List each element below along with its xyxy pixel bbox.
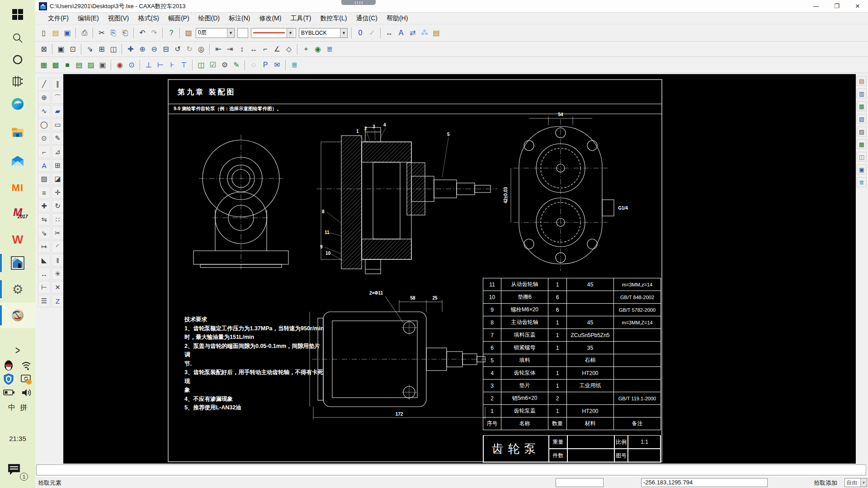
m2017-app-button[interactable]: M 2017: [0, 201, 35, 224]
regen-icon[interactable]: ◎: [196, 44, 207, 55]
pan-right-icon[interactable]: ⇥: [225, 44, 236, 55]
menu-file[interactable]: 文件(F): [43, 13, 73, 24]
paste-icon[interactable]: ⎗: [120, 28, 131, 38]
align-bottom-icon[interactable]: ⊥: [143, 60, 154, 70]
parameter-icon[interactable]: P: [260, 60, 271, 70]
panel-views-icon[interactable]: ▨: [857, 127, 867, 136]
rotate-view-icon[interactable]: ∠: [272, 44, 283, 55]
task-view-button[interactable]: [0, 70, 35, 93]
arc-tool[interactable]: ⌒: [52, 91, 64, 104]
caxa-home-button[interactable]: [0, 251, 35, 275]
sketch-tool[interactable]: ✎: [52, 132, 64, 145]
zoom-extents-icon[interactable]: ⊠: [38, 44, 49, 55]
align-left-icon[interactable]: ⊢: [155, 60, 166, 70]
wps-button[interactable]: W: [0, 228, 35, 251]
notification-center-button[interactable]: 1: [6, 463, 29, 478]
security-shield-icon[interactable]: [3, 373, 14, 385]
polyline-tool[interactable]: ⌐: [38, 145, 50, 158]
qq-icon[interactable]: [3, 360, 14, 371]
panel-plots-icon[interactable]: ▩: [857, 139, 867, 149]
cut-icon[interactable]: ✂: [96, 28, 107, 38]
library-icon[interactable]: ▤: [74, 60, 85, 70]
text-tool[interactable]: A: [38, 159, 50, 172]
ime-pinyin-indicator[interactable]: 拼: [20, 403, 27, 413]
zoom-window-icon[interactable]: ⊟: [160, 44, 171, 55]
send-mail-icon[interactable]: ✉: [272, 60, 283, 70]
parallel-tool[interactable]: ∥: [52, 78, 64, 90]
menu-sheet[interactable]: 幅面(P): [164, 13, 194, 24]
solid-fill-tool[interactable]: ▰: [52, 105, 64, 117]
menu-format[interactable]: 格式(S): [133, 13, 164, 24]
corner-view-icon[interactable]: ⌐: [260, 44, 271, 55]
zoom-out-icon[interactable]: ⊖: [149, 44, 160, 55]
zigzag-tool[interactable]: Z: [52, 295, 64, 307]
circle-tool[interactable]: ⊕: [38, 91, 50, 104]
detail-tool[interactable]: ≡: [38, 186, 50, 199]
menu-modify[interactable]: 修改(M): [255, 13, 286, 24]
scale-tool[interactable]: ⇘: [38, 227, 50, 239]
linewidth-combo[interactable]: ▼: [251, 28, 296, 38]
redraw-icon[interactable]: ⊡: [67, 44, 78, 55]
properties-tool[interactable]: ☰: [38, 295, 50, 307]
start-button[interactable]: [0, 3, 35, 26]
panel-layers-icon[interactable]: ▧: [857, 114, 867, 124]
spline-tool[interactable]: ∿: [38, 105, 50, 117]
sheet-setup-icon[interactable]: ▦: [38, 60, 49, 70]
hatch-green-icon[interactable]: ▨: [85, 60, 96, 70]
panel-properties-icon[interactable]: ▥: [857, 89, 867, 99]
cortana-button[interactable]: [0, 48, 35, 71]
measure-tool[interactable]: ⊢: [38, 281, 50, 294]
polygon-tool[interactable]: ⊿: [52, 145, 64, 158]
settings-button[interactable]: ⚙: [0, 277, 35, 301]
maximize-button[interactable]: ❐: [826, 0, 847, 13]
section-tool[interactable]: ◪: [52, 173, 64, 185]
hatch-tool[interactable]: ▨: [38, 173, 50, 185]
pan-left-icon[interactable]: ⇤: [213, 44, 224, 55]
fillet-tool[interactable]: ◜: [52, 240, 64, 253]
text-style-icon[interactable]: A: [396, 28, 406, 38]
wifi-icon[interactable]: [20, 360, 32, 371]
minimize-button[interactable]: —: [806, 0, 826, 13]
rotate-tool[interactable]: ↻: [52, 200, 64, 212]
taskbar-search-button[interactable]: [0, 26, 35, 50]
break-tool[interactable]: ‖: [52, 254, 64, 267]
grid-display-icon[interactable]: ⊞: [96, 44, 107, 55]
chamfer-tool[interactable]: ◣: [38, 254, 50, 267]
panel-list-icon[interactable]: ≣: [857, 177, 867, 187]
layer-manager-icon[interactable]: ▧: [183, 28, 194, 38]
layer-list-icon[interactable]: ≣: [324, 44, 335, 55]
iso-view-icon[interactable]: ◇: [283, 44, 294, 55]
panel-tools-icon[interactable]: ◫: [857, 152, 867, 162]
menu-dimension[interactable]: 标注(N): [224, 13, 255, 24]
stretch-tool[interactable]: ↔: [38, 267, 50, 280]
settings-tool-icon[interactable]: ⚙: [219, 60, 230, 70]
extend-tool[interactable]: ↦: [38, 240, 50, 253]
plot-icon[interactable]: ▩: [50, 60, 61, 70]
mail-button[interactable]: [0, 149, 35, 173]
toolbar-dock-handle[interactable]: [341, 0, 376, 5]
ole-object-icon[interactable]: ▣: [97, 60, 108, 70]
block-insert-tool[interactable]: ⊞: [52, 159, 64, 172]
pick-mode-toggle[interactable]: 拾取添加: [814, 479, 837, 487]
frame-icon[interactable]: ◫: [196, 60, 207, 70]
double-star-icon[interactable]: ⁂: [419, 28, 430, 38]
dot-view-icon[interactable]: ⚬: [301, 44, 311, 55]
edge-button[interactable]: [0, 92, 35, 116]
erase-tool[interactable]: ✕: [52, 281, 64, 294]
new-file-icon[interactable]: ▯: [38, 28, 49, 38]
line-tool[interactable]: ╱: [38, 78, 50, 90]
maximize-view-icon[interactable]: ◫: [108, 44, 119, 55]
close-button[interactable]: ✕: [847, 0, 868, 13]
array-tool[interactable]: ∷: [52, 213, 64, 226]
print-icon[interactable]: ⎙: [79, 28, 90, 38]
menu-communication[interactable]: 通信(C): [351, 13, 382, 24]
explode-tool[interactable]: ✳: [52, 267, 64, 280]
window-display-icon[interactable]: ▣: [56, 44, 66, 55]
caxa-cnc-app-button[interactable]: [0, 303, 35, 328]
align-top-icon[interactable]: ⊤: [179, 60, 189, 70]
linestyle-combo[interactable]: BYBLOCK ▼: [299, 28, 348, 38]
view-previous-icon[interactable]: ↺: [172, 44, 183, 55]
linear-dimension-icon[interactable]: ↔: [384, 28, 395, 38]
volume-icon[interactable]: [21, 387, 33, 398]
color-swatch-button[interactable]: [237, 28, 248, 38]
